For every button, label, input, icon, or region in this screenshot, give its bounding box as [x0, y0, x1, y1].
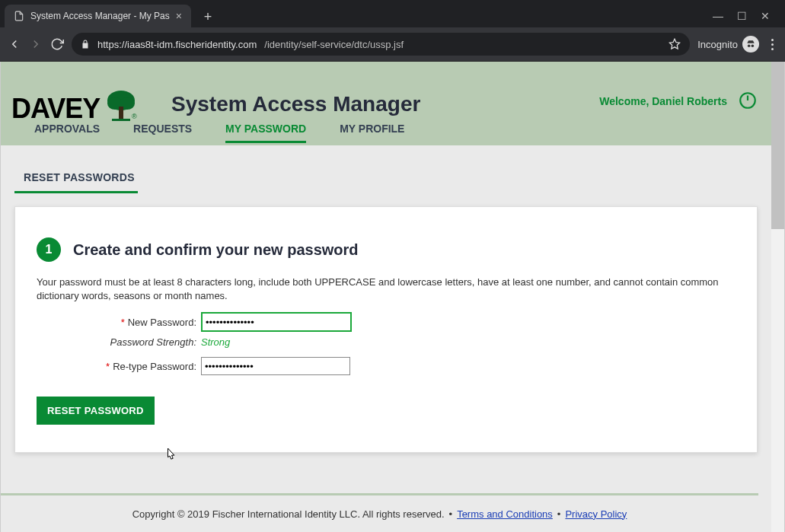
nav-my-password[interactable]: MY PASSWORD — [225, 123, 306, 143]
window-maximize-icon[interactable]: ☐ — [737, 10, 747, 22]
retype-password-label: *Re-type Password: — [37, 361, 201, 372]
window-controls: — ☐ ✕ — [713, 5, 780, 27]
step-number-badge: 1 — [37, 237, 61, 262]
new-password-label: *New Password: — [37, 317, 201, 328]
reset-password-card: 1 Create and confirm your new password Y… — [14, 206, 758, 453]
incognito-icon — [742, 36, 759, 53]
required-asterisk: * — [106, 361, 110, 372]
window-minimize-icon[interactable]: — — [713, 10, 723, 22]
tab-title: System Access Manager - My Pas — [30, 11, 170, 21]
browser-menu-icon[interactable] — [767, 39, 777, 50]
password-strength-label: Password Strength: — [37, 336, 201, 348]
retype-password-row: *Re-type Password: — [37, 357, 736, 375]
svg-marker-0 — [670, 39, 680, 49]
app-header: DAVEY ® System Access Manager Welcome, D… — [1, 62, 771, 145]
new-tab-button[interactable]: + — [197, 6, 219, 27]
browser-tabbar: System Access Manager - My Pas × + — ☐ ✕ — [0, 0, 785, 27]
url-path: /identity/self-service/dtc/ussp.jsf — [264, 39, 404, 50]
section-tab-wrap: RESET PASSWORDS — [14, 161, 758, 193]
main-nav: APPROVALS REQUESTS MY PASSWORD MY PROFIL… — [1, 123, 404, 145]
separator-dot: • — [557, 508, 561, 520]
lock-icon — [81, 40, 90, 49]
incognito-label: Incognito — [697, 39, 738, 50]
window-close-icon[interactable]: ✕ — [761, 10, 770, 22]
retype-password-input[interactable] — [201, 357, 350, 375]
logout-icon[interactable] — [738, 91, 758, 110]
url-host: https://iaas8t-idm.fischeridentity.com — [97, 39, 257, 50]
svg-rect-7 — [112, 119, 130, 121]
nav-approvals[interactable]: APPROVALS — [34, 123, 100, 141]
bookmark-star-icon[interactable] — [669, 38, 681, 50]
vertical-scrollbar[interactable] — [771, 62, 784, 532]
tab-close-icon[interactable]: × — [176, 10, 182, 22]
new-password-row: *New Password: — [37, 312, 736, 332]
browser-chrome: System Access Manager - My Pas × + — ☐ ✕… — [0, 0, 785, 62]
nav-reload-icon[interactable] — [50, 37, 64, 51]
file-icon — [14, 11, 24, 21]
svg-point-2 — [751, 45, 755, 48]
page-body: RESET PASSWORDS 1 Create and confirm you… — [1, 145, 771, 453]
footer-terms-link[interactable]: Terms and Conditions — [457, 508, 553, 520]
svg-text:®: ® — [132, 113, 137, 120]
nav-my-profile[interactable]: MY PROFILE — [340, 123, 404, 141]
address-bar[interactable]: https://iaas8t-idm.fischeridentity.com/i… — [72, 33, 690, 56]
incognito-indicator: Incognito — [697, 36, 759, 53]
password-requirements-text: Your password must be at least 8 charact… — [37, 276, 736, 303]
browser-toolbar: https://iaas8t-idm.fischeridentity.com/i… — [0, 27, 785, 61]
page-content: DAVEY ® System Access Manager Welcome, D… — [1, 62, 771, 532]
page-footer: Copyright © 2019 Fischer International I… — [1, 493, 758, 532]
nav-requests[interactable]: REQUESTS — [133, 123, 192, 141]
browser-tab[interactable]: System Access Manager - My Pas × — [5, 5, 191, 27]
step-header: 1 Create and confirm your new password — [37, 237, 736, 262]
svg-rect-6 — [119, 107, 123, 119]
svg-point-1 — [748, 45, 751, 48]
footer-privacy-link[interactable]: Privacy Policy — [565, 508, 627, 520]
password-strength-row: Password Strength: Strong — [37, 336, 736, 348]
app-title: System Access Manager — [171, 92, 420, 116]
footer-copyright: Copyright © 2019 Fischer International I… — [132, 508, 445, 520]
password-strength-value: Strong — [201, 336, 230, 348]
tree-icon: ® — [101, 88, 138, 125]
scrollbar-thumb[interactable] — [771, 62, 784, 229]
brand-logo[interactable]: DAVEY ® — [11, 88, 138, 125]
required-asterisk: * — [121, 317, 125, 328]
new-password-input[interactable] — [201, 312, 352, 332]
page-viewport: DAVEY ® System Access Manager Welcome, D… — [0, 62, 785, 532]
section-title[interactable]: RESET PASSWORDS — [14, 161, 138, 193]
nav-back-icon[interactable] — [8, 37, 21, 51]
step-title: Create and confirm your new password — [73, 241, 359, 259]
logo-text: DAVEY — [11, 93, 100, 125]
nav-forward-icon — [29, 37, 43, 51]
welcome-user[interactable]: Welcome, Daniel Roberts — [599, 95, 727, 107]
reset-password-button[interactable]: RESET PASSWORD — [37, 397, 155, 425]
separator-dot: • — [449, 508, 453, 520]
